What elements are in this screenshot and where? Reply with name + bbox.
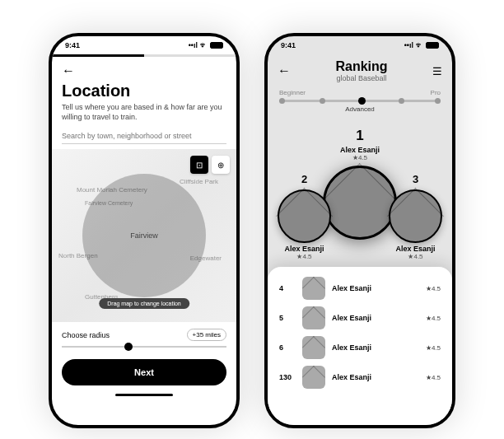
status-icons: ••ıl ᯤ <box>189 41 223 49</box>
onboarding-progress <box>52 54 236 57</box>
map-scan-button[interactable]: ⊡ <box>190 156 208 174</box>
podium-second[interactable]: 2 Alex Esanji ★4.5 <box>278 173 331 260</box>
podium-first[interactable]: 1 Alex Esanji ★4.5 <box>323 128 397 240</box>
level-current: Advanced <box>268 105 452 113</box>
ranking-subtitle: global Baseball <box>291 74 432 82</box>
level-pro: Pro <box>431 89 441 96</box>
avatar-placeholder-icon <box>302 306 325 329</box>
ranking-title: Ranking <box>291 59 432 74</box>
search-input[interactable] <box>62 128 226 144</box>
podium-pos: 3 <box>389 173 442 185</box>
rank-name: Alex Esanji <box>332 314 426 322</box>
avatar-placeholder-icon <box>278 189 331 243</box>
level-dot[interactable] <box>279 98 285 104</box>
podium-name: Alex Esanji <box>389 245 442 253</box>
rank-row[interactable]: 130 Alex Esanji ★4.5 <box>268 362 452 392</box>
phone-ranking-screen: 9:41 ••ıl ᯤ ← Ranking global Baseball ☰ … <box>264 33 455 428</box>
map-label: Cliffside Park <box>180 178 218 185</box>
rank-pos: 130 <box>279 373 296 381</box>
home-indicator[interactable] <box>115 394 173 396</box>
podium: 1 Alex Esanji ★4.5 2 Alex Esanji ★4.5 3 … <box>268 119 452 264</box>
radius-row: Choose radius +35 miles <box>52 322 236 343</box>
avatar-placeholder-icon <box>302 366 325 389</box>
level-dot[interactable] <box>435 98 441 104</box>
skill-level-labels: Beginner Pro <box>268 82 452 98</box>
rank-pos: 5 <box>279 314 296 322</box>
radius-slider[interactable] <box>62 346 226 348</box>
avatar-placeholder-icon <box>323 166 397 240</box>
status-bar: 9:41 ••ıl ᯤ <box>52 36 236 54</box>
map-drag-hint: Drag map to change location <box>99 298 189 309</box>
rank-row[interactable]: 4 Alex Esanji ★4.5 <box>268 273 452 303</box>
rank-name: Alex Esanji <box>332 284 426 292</box>
rank-rating: ★4.5 <box>426 285 441 292</box>
radius-overlay[interactable] <box>82 174 206 297</box>
rank-rating: ★4.5 <box>426 315 441 322</box>
skill-level-slider[interactable] <box>279 100 441 102</box>
radius-value-badge[interactable]: +35 miles <box>187 329 226 341</box>
back-button[interactable]: ← <box>278 63 291 78</box>
rank-row[interactable]: 6 Alex Esanji ★4.5 <box>268 333 452 362</box>
status-icons: ••ıl ᯤ <box>404 41 439 49</box>
podium-pos: 2 <box>278 173 331 185</box>
level-dot-active[interactable] <box>358 97 366 105</box>
page-subtitle: Tell us where you are based in & how far… <box>52 103 236 128</box>
back-button[interactable]: ← <box>52 57 236 82</box>
rank-pos: 6 <box>279 343 296 352</box>
status-time: 9:41 <box>65 41 80 49</box>
rank-pos: 4 <box>279 284 296 292</box>
page-title: Location <box>52 82 236 103</box>
avatar-placeholder-icon <box>389 189 442 243</box>
battery-icon <box>426 42 439 49</box>
level-dot[interactable] <box>320 98 325 104</box>
battery-icon <box>210 42 223 49</box>
signal-icon: ••ıl <box>189 41 198 49</box>
map[interactable]: ⊡ ⊕ Mount Moriah Cemetery Fairview Cemet… <box>52 149 236 322</box>
rank-rating: ★4.5 <box>426 374 441 381</box>
level-dot[interactable] <box>399 98 404 104</box>
phone-location-screen: 9:41 ••ıl ᯤ ← Location Tell us where you… <box>49 33 240 428</box>
podium-rating: ★4.5 <box>278 253 331 260</box>
status-bar: 9:41 ••ıl ᯤ <box>268 36 452 54</box>
podium-name: Alex Esanji <box>323 146 397 154</box>
signal-icon: ••ıl <box>404 41 413 49</box>
radius-slider-thumb[interactable] <box>124 343 133 351</box>
filter-button[interactable]: ☰ <box>432 65 442 77</box>
wifi-icon: ᯤ <box>200 41 208 49</box>
rank-rating: ★4.5 <box>426 344 441 352</box>
status-time: 9:41 <box>281 41 296 49</box>
podium-name: Alex Esanji <box>278 245 331 253</box>
next-button[interactable]: Next <box>62 359 226 385</box>
wifi-icon: ᯤ <box>416 41 423 49</box>
radius-label: Choose radius <box>62 331 110 339</box>
map-locate-button[interactable]: ⊕ <box>212 156 230 174</box>
rank-name: Alex Esanji <box>332 343 426 352</box>
avatar-placeholder-icon <box>302 336 325 359</box>
podium-pos: 1 <box>323 128 397 144</box>
rank-name: Alex Esanji <box>332 373 426 381</box>
avatar-placeholder-icon <box>302 277 325 300</box>
ranking-list[interactable]: 4 Alex Esanji ★4.5 5 Alex Esanji ★4.5 6 … <box>268 267 452 425</box>
podium-rating: ★4.5 <box>389 253 442 260</box>
rank-row[interactable]: 5 Alex Esanji ★4.5 <box>268 303 452 333</box>
level-beginner: Beginner <box>279 89 306 96</box>
podium-third[interactable]: 3 Alex Esanji ★4.5 <box>389 173 442 260</box>
podium-rating: ★4.5 <box>323 154 397 161</box>
